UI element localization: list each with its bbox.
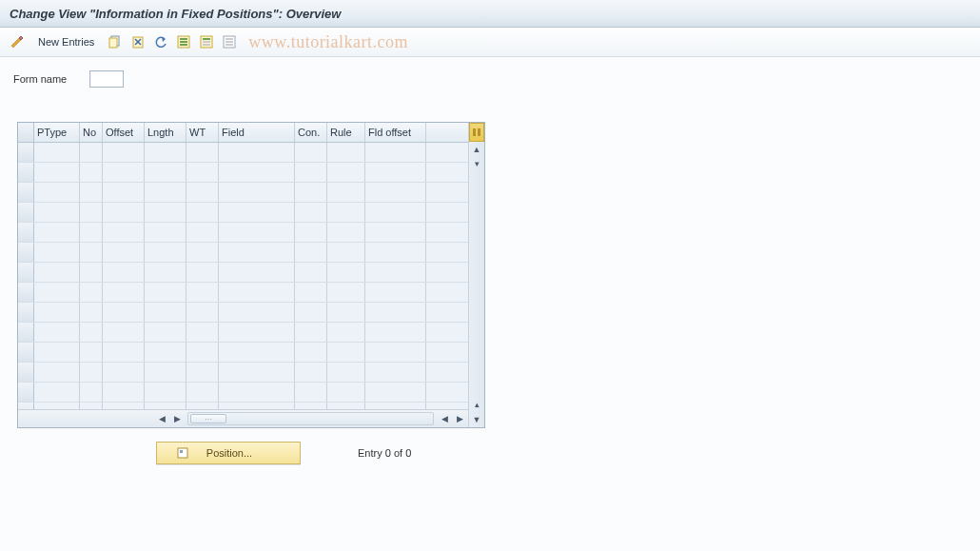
cell-fldoffset[interactable] [365,383,426,402]
cell-rule[interactable] [327,183,365,202]
cell-rule[interactable] [327,163,365,182]
cell-wt[interactable] [186,223,219,242]
cell-con[interactable] [295,383,327,402]
cell-no[interactable] [80,203,103,222]
cell-lngth[interactable] [145,163,186,182]
cell-rule[interactable] [327,383,365,402]
table-row[interactable] [18,303,468,323]
cell-wt[interactable] [186,243,219,262]
cell-rule[interactable] [327,223,365,242]
row-selector[interactable] [18,403,34,409]
cell-no[interactable] [80,403,103,409]
cell-no[interactable] [80,323,103,342]
cell-offset[interactable] [103,403,145,409]
cell-no[interactable] [80,363,103,382]
cell-field[interactable] [219,283,295,302]
cell-fldoffset[interactable] [365,203,426,222]
cell-field[interactable] [219,403,295,409]
cell-offset[interactable] [103,143,145,162]
table-row[interactable] [18,203,468,223]
table-row[interactable] [18,363,468,383]
cell-wt[interactable] [186,403,219,409]
table-row[interactable] [18,383,468,403]
cell-ptype[interactable] [34,243,80,262]
cell-rule[interactable] [327,343,365,362]
cell-con[interactable] [295,283,327,302]
scroll-up-step-icon[interactable]: ▾ [470,157,483,170]
col-fldoffset[interactable]: Fld offset [365,123,426,142]
form-name-input[interactable] [89,70,124,88]
cell-lngth[interactable] [145,263,186,282]
cell-ptype[interactable] [34,143,80,162]
row-selector[interactable] [18,383,34,402]
cell-fldoffset[interactable] [365,283,426,302]
cell-no[interactable] [80,183,103,202]
cell-con[interactable] [295,323,327,342]
col-con[interactable]: Con. [295,123,327,142]
row-selector-header[interactable] [18,123,34,142]
scroll-up-icon[interactable]: ▲ [470,143,483,156]
cell-lngth[interactable] [145,323,186,342]
cell-offset[interactable] [103,383,145,402]
col-no[interactable]: No [80,123,103,142]
table-row[interactable] [18,323,468,343]
cell-lngth[interactable] [145,183,186,202]
cell-offset[interactable] [103,363,145,382]
toggle-display-change-icon[interactable] [8,32,27,51]
cell-offset[interactable] [103,323,145,342]
row-selector[interactable] [18,203,34,222]
cell-con[interactable] [295,403,327,409]
configure-columns-icon[interactable] [469,123,484,142]
cell-fldoffset[interactable] [365,183,426,202]
cell-field[interactable] [219,303,295,322]
cell-field[interactable] [219,263,295,282]
cell-ptype[interactable] [34,223,80,242]
table-row[interactable] [18,283,468,303]
cell-field[interactable] [219,203,295,222]
cell-ptype[interactable] [34,363,80,382]
cell-con[interactable] [295,243,327,262]
cell-no[interactable] [80,163,103,182]
cell-fldoffset[interactable] [365,263,426,282]
row-selector[interactable] [18,303,34,322]
cell-fldoffset[interactable] [365,143,426,162]
new-entries-button[interactable]: New Entries [34,34,98,49]
cell-rule[interactable] [327,363,365,382]
hscroll-track[interactable]: ⋯ [187,412,434,425]
cell-wt[interactable] [186,303,219,322]
cell-offset[interactable] [103,203,145,222]
cell-no[interactable] [80,243,103,262]
cell-offset[interactable] [103,223,145,242]
scroll-left2-icon[interactable]: ◀ [438,412,451,425]
cell-rule[interactable] [327,303,365,322]
cell-ptype[interactable] [34,403,80,409]
cell-field[interactable] [219,223,295,242]
cell-con[interactable] [295,163,327,182]
cell-no[interactable] [80,143,103,162]
cell-wt[interactable] [186,383,219,402]
cell-no[interactable] [80,303,103,322]
cell-lngth[interactable] [145,343,186,362]
vertical-scrollbar[interactable]: ▲ ▾ ▴ ▼ [468,123,484,427]
table-row[interactable] [18,403,468,409]
row-selector[interactable] [18,143,34,162]
hscroll-thumb[interactable]: ⋯ [190,414,226,423]
cell-wt[interactable] [186,203,219,222]
scroll-right-icon[interactable]: ▶ [170,412,184,425]
cell-con[interactable] [295,183,327,202]
cell-wt[interactable] [186,183,219,202]
table-row[interactable] [18,263,468,283]
position-button[interactable]: Position... [156,442,301,464]
cell-fldoffset[interactable] [365,343,426,362]
cell-ptype[interactable] [34,163,80,182]
cell-no[interactable] [80,263,103,282]
cell-wt[interactable] [186,163,219,182]
cell-wt[interactable] [186,143,219,162]
cell-fldoffset[interactable] [365,163,426,182]
cell-lngth[interactable] [145,403,186,409]
cell-con[interactable] [295,223,327,242]
row-selector[interactable] [18,223,34,242]
row-selector[interactable] [18,343,34,362]
row-selector[interactable] [18,183,34,202]
cell-no[interactable] [80,343,103,362]
